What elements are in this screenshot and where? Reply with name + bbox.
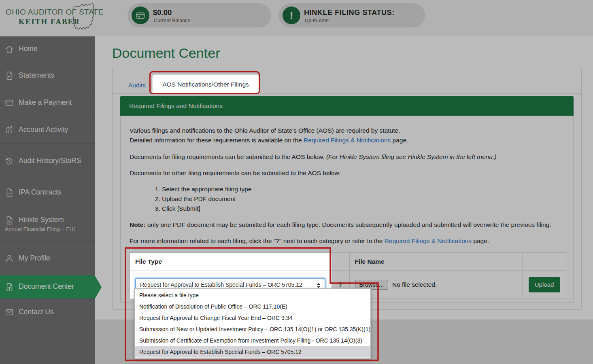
app-header: OHIO AUDITOR OF STATE KEITH FABER $0.00 … [0,0,593,36]
panel-body: Various filings and notifications to the… [120,116,574,303]
dropdown-option-selected[interactable]: Request for Approval to Establish Specia… [135,346,370,358]
intro-paragraph: Various filings and notifications to the… [130,126,564,145]
sidebar-item-ipa-contracts[interactable]: IPA Contracts [0,179,95,206]
tab-bar: Audits AOS Notifications/Other Filings [113,67,581,94]
aos-logo[interactable]: OHIO AUDITOR OF STATE KEITH FABER [6,4,93,33]
sidebar-item-label: Hinkle System [19,216,64,224]
upload-button[interactable]: Upload [529,277,560,292]
sidebar-item-label: Document Center [19,282,74,290]
file-status-text: No file selected. [392,280,437,290]
action-cell: Upload [523,271,566,299]
column-header-help [332,253,350,271]
note-text: only one PDF document may be submitted f… [146,221,551,228]
tab-audits[interactable]: Audits [128,82,146,89]
intro-line-2-end: page. [391,137,408,144]
dropdown-option[interactable]: Please select a file type [135,290,370,301]
sidebar-item-make-a-payment[interactable]: Make a Payment [0,89,95,116]
upload-file-icon [5,283,14,292]
select-arrows-icon [317,283,321,288]
envelope-icon [5,308,14,317]
more-info-text-end: page. [472,237,489,244]
credit-card-icon [132,6,149,24]
document-icon [5,71,14,80]
required-filings-link-2[interactable]: Required Filings & Notifications [385,237,472,244]
hinkle-menu-note: (For Hinkle System filing see Hinkle Sys… [326,153,496,160]
sidebar-item-my-profile[interactable]: My Profile [0,242,95,275]
tab-aos-notifications[interactable]: AOS Notifications/Other Filings [152,74,259,94]
step-1: Select the appropriate filing type [162,184,564,194]
balance-label: Current Balance [154,18,190,23]
balance-amount: $0.00 [153,8,172,17]
hinkle-note-paragraph: Documents for filing requirements can be… [130,152,564,162]
home-icon [5,45,14,54]
sidebar-item-home[interactable]: Home [0,36,95,62]
note-label: Note: [130,221,146,228]
help-button[interactable]: ? [338,280,342,290]
sidebar-item-label: My Profile [19,254,50,262]
sidebar-item-document-center[interactable]: Document Center [0,275,95,299]
sidebar-item-label: Make a Payment [19,98,72,106]
column-header-action [523,253,566,271]
sidebar-item-label: Statements [19,71,55,79]
filing-steps: Select the appropriate filing type Uploa… [130,184,564,214]
sidebar: Home Statements Make a Payment Account A… [0,36,95,364]
more-info-text: For more information related to each fil… [130,237,385,244]
filing-submit-text: Documents for filing requirements can be… [130,153,326,160]
other-filings-paragraph: Documents for other filing requirements … [130,168,564,178]
sidebar-item-audit-history[interactable]: Audit History/StaRS [0,144,95,179]
sidebar-item-account-activity[interactable]: Account Activity [0,116,95,144]
column-header-file-name: File Name [350,253,523,271]
step-3: Click [Submit] [162,204,564,214]
current-balance-pill: $0.00 Current Balance [128,3,271,28]
sidebar-item-label: Account Activity [19,125,68,133]
file-type-selected-value: Request for Approval to Establish Specia… [140,280,302,290]
dollar-file-icon: $ [5,216,14,225]
intro-line-2: Detailed information for these requireme… [130,137,304,144]
credit-card-icon [5,98,14,107]
sidebar-item-label: Home [19,44,38,53]
sidebar-item-hinkle-system[interactable]: $Hinkle System Annual Financial Filing +… [0,206,95,242]
intro-line-1: Various filings and notifications to the… [130,127,400,134]
history-icon [5,157,14,166]
column-header-file-type: File Type [130,253,332,271]
contract-icon [5,188,14,197]
sidebar-item-label: IPA Contracts [19,188,62,196]
file-name-cell: Browse... No file selected. [350,271,523,299]
hinkle-status-pill: ! HINKLE FILING STATUS: Up-to-date [278,3,425,28]
sidebar-item-label: Audit History/StaRS [19,157,81,165]
file-type-dropdown: Please select a file type Notification o… [134,288,371,359]
panel-header: Required Filings and Notifications [120,96,574,116]
required-filings-link[interactable]: Required Filings & Notifications [304,137,391,144]
dropdown-option[interactable]: Submission of New or Updated Investment … [135,324,370,335]
main-content: Document Center Audits AOS Notifications… [95,36,593,320]
dropdown-option[interactable]: Submission of Certificate of Exemption f… [135,335,370,346]
exclamation-icon: ! [283,6,300,24]
svg-text:$: $ [8,219,10,223]
browse-button[interactable]: Browse... [355,280,388,290]
more-info-paragraph: For more information related to each fil… [130,236,564,246]
dropdown-option[interactable]: Notification of Dissolution of Public Of… [135,301,370,312]
bar-chart-icon [5,125,14,134]
sidebar-item-label: Contact Us [19,308,54,316]
page-title: Document Center [112,45,220,61]
sidebar-item-contact-us[interactable]: Contact Us [0,299,95,326]
sidebar-item-statements[interactable]: Statements [0,62,95,89]
hinkle-status-value: Up-to-date [305,18,329,23]
ohio-state-outline-icon [66,2,97,32]
tab-panel: Audits AOS Notifications/Other Filings R… [112,67,582,310]
dropdown-option[interactable]: Request for Approval to Change Fiscal Ye… [135,312,370,324]
hinkle-status-title: HINKLE FILING STATUS: [304,8,395,17]
person-icon [5,254,14,263]
step-2: Upload the PDF document [162,194,564,204]
sidebar-item-sublabel: Annual Financial Filing + FHI [5,226,90,232]
note-paragraph: Note: only one PDF document may be submi… [130,220,564,230]
table-header-row: File Type File Name [130,253,566,271]
